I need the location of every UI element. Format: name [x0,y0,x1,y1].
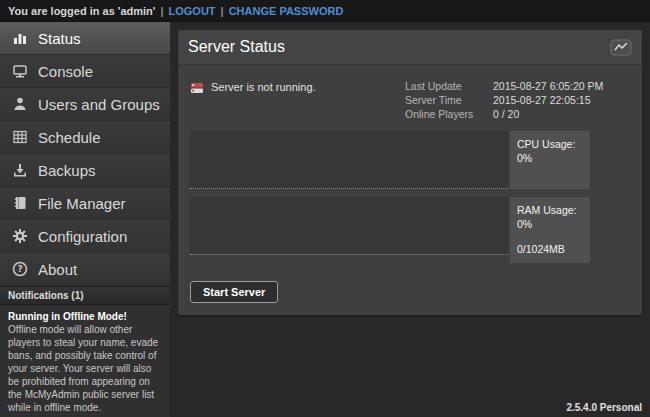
server-status-panel: Server Status Server is not running. [178,30,642,315]
sidebar-item-label: Schedule [38,129,101,146]
ram-chart-row: RAM Usage: 0% 0/1024MB [190,197,630,263]
sidebar-item-status[interactable]: Status [0,22,170,55]
notification-body-text: Offline mode will allow other players to… [8,323,162,414]
backups-download-icon [12,162,28,178]
page: You are logged in as 'admin' | LOGOUT | … [0,0,650,417]
cpu-usage-chart [190,131,508,189]
notification-panel: Running in Offline Mode! Offline mode wi… [0,305,170,417]
start-server-button[interactable]: Start Server [190,281,278,303]
sidebar-item-label: File Manager [38,195,126,212]
info-row-last-update: Last Update 2015-08-27 6:05:20 PM [405,79,630,93]
schedule-grid-icon [12,129,28,145]
gear-icon [12,228,28,244]
info-row-online-players: Online Players 0 / 20 [405,107,630,121]
sidebar-item-users-and-groups[interactable]: Users and Groups [0,88,170,121]
info-row-server-time: Server Time 2015-08-27 22:05:15 [405,93,630,107]
change-password-link[interactable]: CHANGE PASSWORD [229,5,344,17]
panel-body: Server is not running. Last Update 2015-… [178,65,642,315]
notifications-header: Notifications (1) [0,286,170,305]
status-chart-icon [12,30,28,46]
sidebar-item-label: About [38,261,77,278]
info-label: Online Players [405,107,493,121]
main-content: Server Status Server is not running. [170,22,650,416]
server-status-message: Server is not running. [211,81,316,93]
server-state: Server is not running. [190,79,316,121]
ram-usage-box: RAM Usage: 0% 0/1024MB [510,197,590,263]
sidebar-item-label: Users and Groups [38,96,160,113]
cpu-usage-label: CPU Usage: [517,137,583,151]
cpu-usage-box: CPU Usage: 0% [510,131,590,189]
separator: | [160,5,163,17]
info-label: Last Update [405,79,493,93]
cpu-usage-value: 0% [517,151,583,165]
sidebar-item-backups[interactable]: Backups [0,154,170,187]
info-label: Server Time [405,93,493,107]
sidebar: Status Console Users and Groups Schedule [0,22,170,416]
info-value: 2015-08-27 6:05:20 PM [493,79,603,93]
top-bar: You are logged in as 'admin' | LOGOUT | … [0,0,650,22]
console-monitor-icon [12,63,28,79]
ram-usage-detail: 0/1024MB [517,242,583,256]
sidebar-item-label: Console [38,63,93,80]
sidebar-item-label: Backups [38,162,96,179]
server-stopped-icon [190,81,204,97]
info-value: 2015-08-27 22:05:15 [493,93,591,107]
sidebar-item-configuration[interactable]: Configuration [0,220,170,253]
question-circle-icon: ? [12,261,28,277]
separator: | [221,5,224,17]
login-status-text: You are logged in as 'admin' [8,5,155,17]
panel-header: Server Status [178,30,642,65]
ram-usage-label: RAM Usage: [517,203,583,217]
sidebar-item-schedule[interactable]: Schedule [0,121,170,154]
users-icon [12,96,28,112]
info-value: 0 / 20 [493,107,519,121]
status-row: Server is not running. Last Update 2015-… [186,73,634,131]
svg-text:?: ? [17,264,22,274]
sidebar-item-about[interactable]: ? About [0,253,170,286]
performance-chart-icon[interactable] [610,39,632,56]
logout-link[interactable]: LOGOUT [169,5,216,17]
ram-usage-chart [190,197,508,255]
sidebar-item-label: Configuration [38,228,127,245]
layout: Status Console Users and Groups Schedule [0,22,650,416]
server-info-table: Last Update 2015-08-27 6:05:20 PM Server… [405,79,630,121]
sidebar-item-file-manager[interactable]: File Manager [0,187,170,220]
ram-usage-value: 0% [517,217,583,231]
version-text: 2.5.4.0 Personal [566,402,642,413]
notification-title: Running in Offline Mode! [8,310,162,323]
sidebar-item-console[interactable]: Console [0,55,170,88]
sidebar-item-label: Status [38,30,81,47]
cpu-chart-row: CPU Usage: 0% [190,131,630,189]
file-manager-book-icon [12,195,28,211]
page-title: Server Status [188,38,285,56]
